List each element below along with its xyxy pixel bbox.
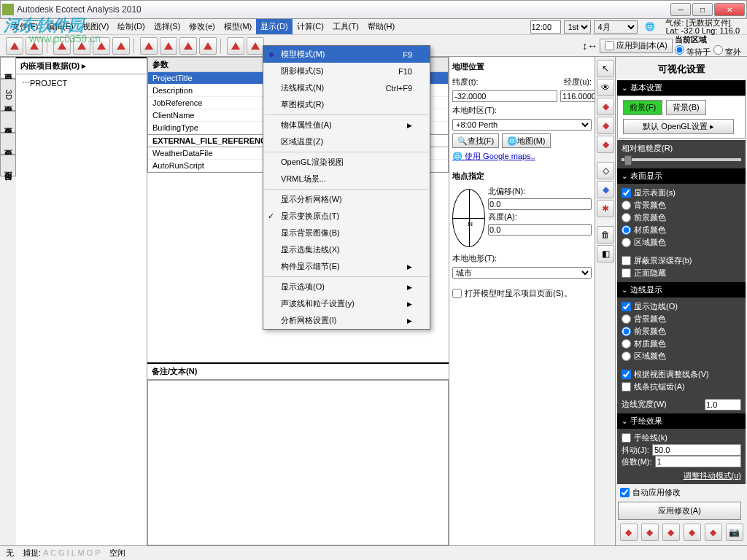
lat-input[interactable]	[452, 90, 557, 102]
vtool-10[interactable]: ◧	[597, 245, 614, 262]
menu-item[interactable]: 物体属性值(A)▶	[263, 117, 430, 133]
menu-draw[interactable]: 绘制(D)	[113, 19, 149, 34]
jitter-input[interactable]	[652, 444, 741, 456]
lng-input[interactable]	[560, 90, 595, 102]
menu-item[interactable]: 显示选项(O)▶	[263, 279, 430, 295]
copy-button[interactable]: 应用到副本(A)	[600, 39, 673, 53]
tool-8[interactable]	[160, 37, 177, 55]
edge-width-input[interactable]	[705, 399, 741, 411]
menu-bar: 文件(F) 编辑(E) 视图(V) 绘制(D) 选择(S) 修改(e) 模型(M…	[0, 19, 747, 35]
menu-calc[interactable]: 计算(C)	[293, 19, 328, 34]
window-title: Autodesk Ecotect Analysis 2010	[17, 4, 670, 15]
vtool-3[interactable]: ◆	[597, 98, 614, 115]
menu-item[interactable]: 显示选集法线(X)	[263, 241, 430, 258]
vtool-6[interactable]: ◇	[597, 162, 614, 179]
menu-item[interactable]: 模型模式(M)F9	[263, 46, 430, 63]
notes-textarea[interactable]	[147, 380, 449, 546]
menu-item[interactable]: 声波线和粒子设置(y)▶	[263, 295, 430, 312]
roughness-slider[interactable]	[622, 158, 741, 161]
fg-button[interactable]: 前景(F)	[623, 100, 662, 115]
left-header: 内嵌项目数据(D) ▸	[16, 57, 147, 74]
tree[interactable]: ⋯PROJECT	[16, 74, 147, 545]
mult-input[interactable]	[655, 456, 741, 467]
menu-item[interactable]: 区域温度(Z)	[263, 133, 430, 150]
vertical-toolbar: ↖ 👁 ◆ ◆ ◆ ◇ ◆ ✱ 🗑 ◧	[595, 57, 616, 545]
btool-4[interactable]: ◆	[684, 524, 701, 541]
vis-s4[interactable]: 手绘效果	[617, 413, 746, 429]
time-input[interactable]	[530, 20, 561, 34]
zone-group: 当前区域 等待于 室外	[675, 34, 741, 58]
vtool-trash[interactable]: 🗑	[597, 226, 614, 244]
tab-vis[interactable]: 可视化页面	[0, 111, 16, 133]
open-check[interactable]: 打开模型时显示项目页面(S)。	[452, 287, 592, 300]
day-select[interactable]: 1st	[564, 20, 591, 34]
close-button[interactable]: ✕	[714, 3, 745, 16]
menu-tools[interactable]: 工具(T)	[328, 19, 363, 34]
menu-select[interactable]: 选择(S)	[150, 19, 185, 34]
menu-item[interactable]: 构件显示细节(E)▶	[263, 258, 430, 275]
menu-item[interactable]: 草图模式(R)	[263, 96, 430, 113]
bg-button[interactable]: 背景(B)	[666, 100, 706, 115]
menu-item[interactable]: 显示分析网格(W)	[263, 191, 430, 208]
vtool-4[interactable]: ◆	[597, 117, 614, 134]
tree-root[interactable]: ⋯PROJECT	[19, 77, 144, 90]
tz-select[interactable]: +8:00 Perth	[452, 119, 592, 131]
menu-item[interactable]: 法线模式(N)Ctrl+F9	[263, 79, 430, 96]
minimize-button[interactable]: ─	[670, 3, 691, 16]
notes-header: 备注/文本(N)	[147, 362, 449, 380]
vtool-5[interactable]: ◆	[597, 136, 614, 153]
title-bar: Autodesk Ecotect Analysis 2010 ─ □ ✕	[0, 0, 747, 19]
vtool-7[interactable]: ◆	[597, 181, 614, 198]
menu-help[interactable]: 帮助(H)	[363, 19, 399, 34]
auto-apply-check[interactable]: 自动应用修改	[617, 484, 746, 501]
tool-12[interactable]	[247, 37, 264, 55]
btool-2[interactable]: ◆	[641, 524, 659, 541]
compass-icon[interactable]: N	[452, 189, 485, 247]
vis-s2[interactable]: 表面显示	[617, 168, 746, 184]
month-select[interactable]: 4月	[594, 20, 638, 34]
btool-1[interactable]: ◆	[620, 524, 638, 541]
maximize-button[interactable]: □	[692, 3, 713, 16]
globe-icon: 🌐	[640, 20, 659, 34]
tab-project[interactable]: 项目页面	[0, 57, 16, 79]
default-gl-button[interactable]: 默认 OpenGL设置 ▸	[623, 119, 734, 134]
menu-item[interactable]: 分析网格设置(I)▶	[263, 312, 430, 329]
vtool-8[interactable]: ✱	[597, 200, 614, 217]
left-panel: 内嵌项目数据(D) ▸ ⋯PROJECT	[16, 57, 147, 545]
tab-3d[interactable]: 3D编辑页面	[0, 79, 16, 111]
menu-model[interactable]: 模型(M)	[220, 19, 257, 34]
axis-icon: ↕↔	[582, 40, 597, 52]
tab-report[interactable]: 报告页面	[0, 155, 16, 176]
vis-s1[interactable]: 基本设置	[617, 80, 746, 96]
btool-camera[interactable]: 📷	[726, 524, 743, 541]
menu-display[interactable]: 显示(D)	[256, 19, 292, 34]
menu-item[interactable]: ✓显示变换原点(T)	[263, 208, 430, 225]
tool-10[interactable]	[199, 37, 217, 55]
menu-item[interactable]: 阴影模式(S)F10	[263, 63, 430, 79]
side-tabs: 项目页面 3D编辑页面 可视化页面 分析页面 报告页面	[0, 57, 16, 545]
tab-analysis[interactable]: 分析页面	[0, 133, 16, 155]
vis-s3[interactable]: 边线显示	[617, 282, 746, 298]
menu-item[interactable]: OpenGL渲染视图	[263, 154, 430, 171]
tool-7[interactable]	[140, 37, 158, 55]
google-link[interactable]: 🌐 使用 Google maps..	[452, 151, 592, 162]
map-button[interactable]: 🌐地图(M)	[502, 133, 551, 148]
btool-5[interactable]: ◆	[705, 524, 722, 541]
vtool-cursor[interactable]: ↖	[597, 60, 614, 77]
tool-9[interactable]	[179, 37, 197, 55]
btool-3[interactable]: ◆	[662, 524, 680, 541]
alt-input[interactable]	[488, 224, 592, 236]
vis-title: 可视化设置	[617, 58, 746, 80]
menu-modify[interactable]: 修改(e)	[185, 19, 219, 34]
apply-button[interactable]: 应用修改(A)	[618, 502, 741, 520]
vis-panel: 可视化设置 基本设置 前景(F) 背景(B) 默认 OpenGL设置 ▸ 相对粗…	[616, 57, 747, 545]
menu-item[interactable]: 显示背景图像(B)	[263, 225, 430, 241]
tool-1[interactable]	[6, 37, 23, 55]
vtool-eye[interactable]: 👁	[597, 79, 614, 96]
north-input[interactable]	[488, 198, 592, 210]
terrain-select[interactable]: 城市	[452, 267, 592, 279]
tool-11[interactable]	[227, 37, 244, 55]
search-button[interactable]: 🔍查找(F)	[452, 133, 499, 148]
menu-item[interactable]: VRML场景...	[263, 171, 430, 187]
tool-6[interactable]	[112, 37, 130, 55]
